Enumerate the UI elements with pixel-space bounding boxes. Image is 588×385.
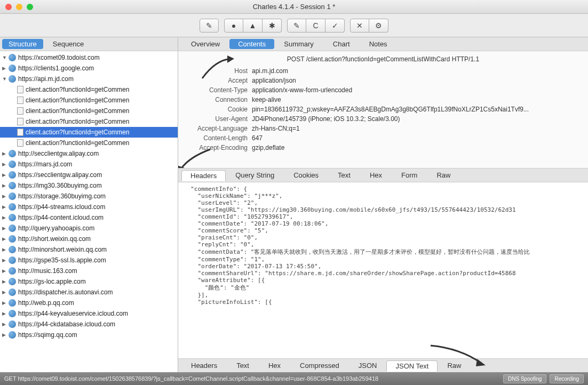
resptab-raw[interactable]: Raw — [438, 360, 471, 371]
resptab-text[interactable]: Text — [227, 360, 259, 371]
globe-icon — [9, 150, 16, 157]
request-item[interactable]: client.action?functionId=getCommen — [0, 116, 178, 127]
host-item[interactable]: ▼https://api.m.jd.com — [0, 74, 178, 84]
recording-button[interactable]: Recording — [550, 374, 584, 383]
host-item[interactable]: ▶https://p44-ckdatabase.icloud.com — [0, 319, 178, 330]
tab-notes[interactable]: Notes — [360, 38, 397, 50]
breakpoints-button[interactable]: ✱ — [263, 19, 282, 33]
chevron-right-icon[interactable]: ▶ — [2, 290, 7, 295]
globe-icon — [9, 171, 16, 179]
host-label: http://web.p.qq.com — [18, 299, 74, 307]
subtab-cookies[interactable]: Cookies — [284, 170, 328, 181]
request-item[interactable]: client.action?functionId=getCommen — [0, 84, 178, 95]
request-label: client.action?functionId=getCommen — [26, 139, 129, 147]
throttle-button[interactable]: ▲ — [243, 19, 263, 33]
minimize-button[interactable] — [16, 4, 22, 10]
chevron-right-icon[interactable]: ▶ — [2, 300, 7, 306]
chevron-right-icon[interactable]: ▶ — [2, 311, 7, 316]
host-label: https://clients1.google.com — [18, 65, 94, 72]
host-item[interactable]: ▶https://clients1.google.com — [0, 63, 178, 74]
host-item[interactable]: ▶http://music.163.com — [0, 266, 178, 276]
host-item[interactable]: ▶https://gspe35-ssl.ls.apple.com — [0, 255, 178, 266]
host-item[interactable]: ▼https://xcomet09.todoist.com — [0, 52, 178, 63]
close-button[interactable] — [5, 4, 12, 10]
chevron-right-icon[interactable]: ▶ — [2, 322, 7, 327]
chevron-right-icon[interactable]: ▶ — [2, 268, 7, 274]
chevron-right-icon[interactable]: ▶ — [2, 162, 7, 167]
subtab-query[interactable]: Query String — [226, 170, 284, 181]
request-item[interactable]: client.action?functionId=getCommen — [0, 106, 178, 116]
globe-icon — [9, 256, 16, 264]
chevron-right-icon[interactable]: ▶ — [2, 204, 7, 210]
chevron-right-icon[interactable]: ▶ — [2, 247, 7, 252]
subtab-form[interactable]: Form — [392, 170, 427, 181]
chevron-down-icon[interactable]: ▼ — [2, 55, 7, 60]
subtab-headers[interactable]: Headers — [181, 170, 226, 181]
chevron-right-icon[interactable]: ▶ — [2, 151, 7, 156]
chevron-right-icon[interactable]: ▶ — [2, 215, 7, 220]
host-item[interactable]: ▶https://p44-content.icloud.com — [0, 212, 178, 223]
chevron-right-icon[interactable]: ▶ — [2, 226, 7, 231]
host-label: https://xcomet09.todoist.com — [18, 54, 100, 61]
chevron-right-icon[interactable]: ▶ — [2, 332, 7, 338]
compose-button[interactable]: ✎ — [287, 19, 306, 33]
chevron-right-icon[interactable]: ▶ — [2, 258, 7, 263]
host-item[interactable]: ▶https://storage.360buyimg.com — [0, 191, 178, 202]
chevron-right-icon[interactable]: ▶ — [2, 194, 7, 199]
chevron-down-icon[interactable]: ▼ — [2, 76, 7, 82]
host-item[interactable]: ▶http://web.p.qq.com — [0, 298, 178, 308]
host-item[interactable]: ▶https://p44-keyvalueservice.icloud.com — [0, 308, 178, 319]
record-button[interactable]: ● — [224, 19, 243, 33]
host-item[interactable]: ▶https://sqimg.qq.com — [0, 330, 178, 340]
tools-button[interactable]: ✕ — [350, 19, 369, 33]
host-item[interactable]: ▶http://query.yahooapis.com — [0, 223, 178, 234]
tab-sequence[interactable]: Sequence — [45, 38, 92, 50]
chevron-right-icon[interactable]: ▶ — [2, 236, 7, 242]
host-item[interactable]: ▶https://dispatcher.is.autonavi.com — [0, 287, 178, 298]
resptab-hex[interactable]: Hex — [259, 360, 290, 371]
host-item[interactable]: ▶https://mars.jd.com — [0, 159, 178, 170]
chevron-right-icon[interactable]: ▶ — [2, 279, 7, 284]
resptab-compressed[interactable]: Compressed — [290, 360, 349, 371]
broom-button[interactable]: ✎ — [200, 19, 219, 33]
host-item[interactable]: ▶https://p44-streams.icloud.com — [0, 202, 178, 212]
chevron-right-icon[interactable]: ▶ — [2, 183, 7, 188]
chevron-right-icon[interactable]: ▶ — [2, 66, 7, 71]
dns-spoofing-button[interactable]: DNS Spoofing — [503, 374, 546, 383]
tab-overview[interactable]: Overview — [181, 38, 229, 50]
tab-structure[interactable]: Structure — [2, 39, 43, 49]
subtab-hex[interactable]: Hex — [360, 170, 392, 181]
header-name: Connection — [182, 96, 252, 103]
subtab-raw[interactable]: Raw — [427, 170, 460, 181]
resptab-json[interactable]: JSON — [349, 360, 387, 371]
host-item[interactable]: ▶https://secclientgw.alipay.com — [0, 170, 178, 180]
host-tree[interactable]: ▼https://xcomet09.todoist.com▶https://cl… — [0, 51, 178, 372]
header-row: Accept-Encodinggzip,deflate — [182, 143, 584, 153]
host-item[interactable]: ▶http://minorshort.weixin.qq.com — [0, 244, 178, 255]
main: Structure Sequence ▼https://xcomet09.tod… — [0, 37, 588, 372]
host-item[interactable]: ▶https://gs-loc.apple.com — [0, 276, 178, 287]
host-item[interactable]: ▶https://img30.360buyimg.com — [0, 180, 178, 191]
subtab-text[interactable]: Text — [328, 170, 360, 181]
status-text: GET https://comet09.todoist.com/comet/15… — [4, 375, 503, 382]
tab-summary[interactable]: Summary — [274, 38, 323, 50]
resptab-headers[interactable]: Headers — [181, 360, 227, 371]
resptab-json-text[interactable]: JSON Text — [386, 360, 438, 372]
request-item[interactable]: client.action?functionId=getCommen — [0, 138, 178, 148]
request-item[interactable]: client.action?functionId=getCommen — [0, 95, 178, 106]
settings-button[interactable]: ⚙ — [369, 19, 388, 33]
tab-contents[interactable]: Contents — [229, 39, 274, 49]
host-item[interactable]: ▶http://short.weixin.qq.com — [0, 234, 178, 244]
response-body[interactable]: "commentInfo": { "userNickName": "j***z"… — [178, 182, 588, 358]
check-icon: ✓ — [332, 21, 338, 30]
globe-icon — [9, 192, 16, 200]
host-item[interactable]: ▶http://secclientgw.alipay.com — [0, 148, 178, 159]
tab-chart[interactable]: Chart — [323, 38, 360, 50]
maximize-button[interactable] — [27, 4, 33, 10]
chevron-right-icon[interactable]: ▶ — [2, 172, 7, 178]
repeat-button[interactable]: C — [306, 19, 325, 33]
request-item[interactable]: client.action?functionId=getCommen — [0, 127, 178, 138]
globe-icon — [9, 288, 16, 296]
validate-button[interactable]: ✓ — [325, 19, 345, 33]
request-sub-tabs: Headers Query String Cookies Text Hex Fo… — [178, 169, 588, 182]
